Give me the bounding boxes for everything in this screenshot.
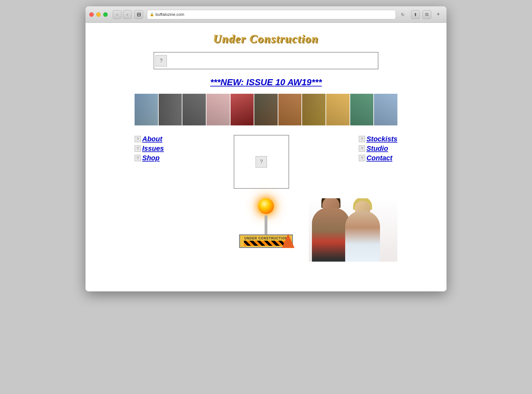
issues-broken-image: ? [135, 145, 141, 152]
stockists-link[interactable]: Stockists [366, 135, 397, 143]
minimize-button[interactable] [96, 12, 101, 17]
contact-link[interactable]: Contact [366, 154, 392, 162]
url-bar-container: 🔒 buffalozine.com ↻ [147, 10, 407, 19]
reload-button[interactable]: ↻ [398, 10, 407, 19]
sidebar-button[interactable]: ⊟ [134, 10, 143, 19]
orange-cone [282, 234, 294, 248]
nav-item-about: ? About [135, 135, 164, 143]
titlebar: ‹ › ⊟ 🔒 buffalozine.com ↻ ⬆ ⧉ [86, 6, 446, 23]
photo-cell-3 [182, 94, 206, 125]
models-image [309, 198, 397, 262]
url-text: buffalozine.com [155, 12, 184, 17]
mac-window: ‹ › ⊟ 🔒 buffalozine.com ↻ ⬆ ⧉ [86, 6, 446, 291]
model2-body [345, 211, 380, 262]
issues-link[interactable]: Issues [142, 144, 164, 153]
maximize-button[interactable] [103, 12, 108, 17]
contact-broken-image: ? [359, 155, 365, 161]
about-link[interactable]: About [142, 135, 162, 143]
model1-body [312, 208, 350, 262]
sign-pole [265, 215, 267, 234]
center-image-box: ? [234, 135, 289, 189]
photo-cell-5 [231, 94, 254, 125]
nav-section: ? About ? Issues ? Shop [135, 135, 397, 189]
close-button[interactable] [89, 12, 94, 17]
reload-icon: ↻ [401, 12, 405, 17]
new-tab-button[interactable]: + [434, 10, 443, 19]
share-icon: ⬆ [414, 12, 417, 17]
new-issue-link[interactable]: ***NEW: ISSUE 10 AW19*** [210, 77, 322, 87]
photo-cell-11 [374, 94, 397, 125]
about-broken-image: ? [135, 136, 141, 142]
nav-item-stockists: ? Stockists [359, 135, 397, 143]
sign-stripes [244, 241, 288, 246]
photo-strip [135, 94, 397, 125]
photo-cell-7 [278, 94, 302, 125]
photo-cell-2 [159, 94, 182, 125]
photo-cell-4 [206, 94, 230, 125]
photo-cell-9 [326, 94, 350, 125]
broken-image-icon: ? [155, 55, 167, 67]
stockists-broken-image: ? [359, 136, 365, 142]
forward-icon: › [127, 12, 128, 17]
traffic-lights [89, 12, 108, 17]
warning-light [258, 198, 274, 214]
sign-text: UNDER CONSTRUCTION [244, 237, 288, 240]
photo-cell-1 [135, 94, 158, 125]
construction-section: UNDER CONSTRUCTION [135, 198, 397, 262]
page-title: Under Construction [213, 32, 319, 46]
nav-item-issues: ? Issues [135, 144, 164, 153]
shop-broken-image: ? [135, 155, 141, 161]
lock-icon: 🔒 [150, 12, 154, 16]
photo-cell-6 [254, 94, 278, 125]
back-button[interactable]: ‹ [113, 10, 122, 19]
construction-sign: UNDER CONSTRUCTION [239, 198, 293, 248]
studio-broken-image: ? [359, 145, 365, 152]
photo-cell-8 [302, 94, 326, 125]
studio-link[interactable]: Studio [366, 144, 388, 153]
forward-button[interactable]: › [123, 10, 132, 19]
url-bar[interactable]: 🔒 buffalozine.com [147, 10, 396, 19]
share-button[interactable]: ⬆ [411, 10, 420, 19]
nav-right: ? Stockists ? Studio ? Contact [359, 135, 397, 162]
nav-item-studio: ? Studio [359, 144, 397, 153]
toolbar-right: ⬆ ⧉ + [411, 10, 443, 19]
sidebar-icon: ⊟ [137, 11, 141, 17]
tabs-icon: ⧉ [425, 12, 428, 17]
nav-left: ? About ? Issues ? Shop [135, 135, 164, 162]
webpage: Under Construction ? ***NEW: ISSUE 10 AW… [86, 23, 446, 291]
header-image-bar: ? [154, 52, 378, 69]
nav-buttons: ‹ › [113, 10, 132, 19]
shop-link[interactable]: Shop [142, 154, 160, 162]
back-icon: ‹ [117, 12, 118, 17]
nav-item-shop: ? Shop [135, 154, 164, 162]
tabs-button[interactable]: ⧉ [422, 10, 431, 19]
photo-cell-10 [350, 94, 374, 125]
center-broken-image: ? [256, 156, 267, 168]
nav-item-contact: ? Contact [359, 154, 397, 162]
new-tab-icon: + [437, 11, 440, 18]
